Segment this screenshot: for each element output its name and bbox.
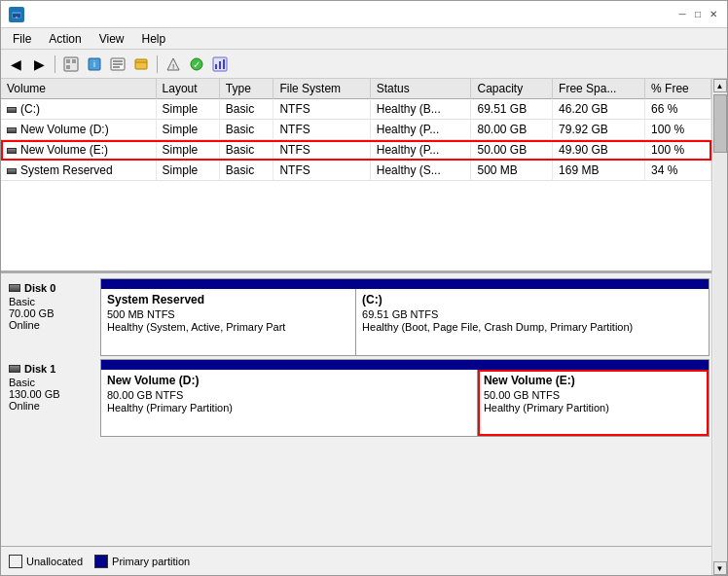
minimize-button[interactable]: ─ bbox=[676, 9, 688, 20]
toolbar-btn-6[interactable] bbox=[130, 54, 152, 75]
disk-label-0: Disk 0 Basic 70.00 GB Online bbox=[3, 278, 100, 356]
cell-pctfree: 66 % bbox=[645, 99, 711, 120]
disk-name: Disk 1 bbox=[24, 363, 55, 375]
cell-type: Basic bbox=[219, 99, 273, 120]
partition-name: (C:) bbox=[362, 293, 703, 306]
table-row[interactable]: New Volume (D:) Simple Basic NTFS Health… bbox=[1, 120, 711, 140]
scrollbar-thumb[interactable] bbox=[713, 94, 727, 153]
table-row[interactable]: (C:) Simple Basic NTFS Healthy (B... 69.… bbox=[1, 99, 711, 120]
toolbar-btn-4[interactable]: i bbox=[84, 54, 105, 75]
disk-partition[interactable]: New Volume (D:) 80.00 GB NTFS Healthy (P… bbox=[101, 370, 478, 436]
partition-status: Healthy (System, Active, Primary Part bbox=[107, 321, 349, 333]
right-scrollbar[interactable]: ▲ ▼ bbox=[711, 79, 727, 575]
scroll-down-arrow[interactable]: ▼ bbox=[713, 561, 727, 575]
table-row[interactable]: New Volume (E:) Simple Basic NTFS Health… bbox=[1, 140, 711, 161]
disk-row: Disk 1 Basic 130.00 GB Online New Volume… bbox=[3, 359, 710, 437]
table-row[interactable]: System Reserved Simple Basic NTFS Health… bbox=[1, 161, 711, 181]
cell-layout: Simple bbox=[156, 99, 219, 120]
window-controls: ─ □ ✕ bbox=[676, 9, 719, 20]
cell-layout: Simple bbox=[156, 120, 219, 140]
toolbar-separator-1 bbox=[55, 55, 55, 73]
title-bar-left bbox=[9, 7, 30, 22]
partition-size-fs: 500 MB NTFS bbox=[107, 308, 349, 320]
table-header-row: Volume Layout Type File System Status Ca… bbox=[1, 79, 711, 99]
cell-capacity: 69.51 GB bbox=[471, 99, 553, 120]
disk-name: Disk 0 bbox=[24, 282, 55, 294]
menu-help[interactable]: Help bbox=[134, 30, 174, 48]
cell-status: Healthy (B... bbox=[370, 99, 471, 120]
disk-partition[interactable]: (C:) 69.51 GB NTFS Healthy (Boot, Page F… bbox=[356, 289, 709, 355]
svg-rect-5 bbox=[72, 59, 76, 63]
partition-name: New Volume (E:) bbox=[484, 374, 703, 387]
legend-primary-box bbox=[94, 555, 108, 568]
cell-type: Basic bbox=[219, 120, 273, 140]
toolbar-btn-3[interactable] bbox=[60, 54, 82, 75]
cell-filesystem: NTFS bbox=[273, 120, 370, 140]
cell-type: Basic bbox=[219, 140, 273, 161]
svg-rect-13 bbox=[135, 59, 147, 69]
scroll-up-arrow[interactable]: ▲ bbox=[713, 79, 727, 92]
toolbar-btn-8[interactable]: ✓ bbox=[186, 54, 207, 75]
cell-volume: System Reserved bbox=[1, 161, 156, 181]
cell-capacity: 80.00 GB bbox=[471, 120, 553, 140]
cell-status: Healthy (P... bbox=[370, 120, 471, 140]
app-icon bbox=[9, 7, 24, 22]
col-volume: Volume bbox=[1, 79, 156, 99]
disk-bar bbox=[101, 360, 709, 370]
svg-rect-21 bbox=[219, 61, 221, 69]
disk-status: Online bbox=[9, 319, 94, 331]
volume-table-section: Volume Layout Type File System Status Ca… bbox=[1, 79, 711, 273]
cell-layout: Simple bbox=[156, 161, 219, 181]
cell-filesystem: NTFS bbox=[273, 99, 370, 120]
title-bar: ─ □ ✕ bbox=[1, 1, 727, 28]
disk-type: Basic bbox=[9, 377, 94, 388]
disk-management-window: ─ □ ✕ File Action View Help ◀ ▶ i bbox=[0, 0, 728, 576]
toolbar-btn-7[interactable]: ! bbox=[163, 54, 184, 75]
partition-status: Healthy (Primary Partition) bbox=[484, 402, 703, 414]
col-layout: Layout bbox=[156, 79, 219, 99]
disk-partitions: New Volume (D:) 80.00 GB NTFS Healthy (P… bbox=[101, 370, 709, 436]
forward-button[interactable]: ▶ bbox=[28, 54, 50, 75]
col-type: Type bbox=[219, 79, 273, 99]
svg-text:i: i bbox=[93, 59, 95, 69]
partition-size-fs: 80.00 GB NTFS bbox=[107, 389, 471, 401]
cell-layout: Simple bbox=[156, 140, 219, 161]
partition-size-fs: 50.00 GB NTFS bbox=[484, 389, 703, 401]
disk-partition[interactable]: System Reserved 500 MB NTFS Healthy (Sys… bbox=[101, 289, 356, 355]
partition-status: Healthy (Boot, Page File, Crash Dump, Pr… bbox=[362, 321, 703, 333]
partition-name: New Volume (D:) bbox=[107, 374, 471, 387]
cell-freespace: 79.92 GB bbox=[553, 120, 645, 140]
back-button[interactable]: ◀ bbox=[5, 54, 26, 75]
cell-volume: New Volume (D:) bbox=[1, 120, 156, 140]
disk-partitions: System Reserved 500 MB NTFS Healthy (Sys… bbox=[101, 289, 709, 355]
cell-freespace: 49.90 GB bbox=[553, 140, 645, 161]
cell-filesystem: NTFS bbox=[273, 161, 370, 181]
menu-bar: File Action View Help bbox=[1, 28, 727, 50]
toolbar-btn-5[interactable] bbox=[107, 54, 128, 75]
cell-type: Basic bbox=[219, 161, 273, 181]
disk-partition[interactable]: New Volume (E:) 50.00 GB NTFS Healthy (P… bbox=[478, 370, 709, 436]
close-button[interactable]: ✕ bbox=[708, 9, 719, 20]
partition-status: Healthy (Primary Partition) bbox=[107, 402, 471, 414]
svg-rect-22 bbox=[223, 59, 225, 69]
legend-unallocated-label: Unallocated bbox=[26, 556, 83, 567]
cell-freespace: 169 MB bbox=[553, 161, 645, 181]
menu-view[interactable]: View bbox=[91, 30, 132, 48]
menu-action[interactable]: Action bbox=[41, 30, 89, 48]
legend-unallocated: Unallocated bbox=[9, 555, 83, 568]
disk-status: Online bbox=[9, 400, 94, 412]
menu-file[interactable]: File bbox=[5, 30, 39, 48]
legend: Unallocated Primary partition bbox=[1, 546, 711, 575]
disk-section: Disk 0 Basic 70.00 GB Online System Rese… bbox=[1, 273, 711, 546]
partition-name: System Reserved bbox=[107, 293, 349, 306]
legend-primary-label: Primary partition bbox=[112, 556, 190, 567]
maximize-button[interactable]: □ bbox=[692, 9, 704, 20]
cell-filesystem: NTFS bbox=[273, 140, 370, 161]
disk-label-1: Disk 1 Basic 130.00 GB Online bbox=[3, 359, 100, 437]
col-freespace: Free Spa... bbox=[553, 79, 645, 99]
svg-text:!: ! bbox=[172, 62, 174, 71]
cell-status: Healthy (P... bbox=[370, 140, 471, 161]
toolbar-btn-9[interactable] bbox=[209, 54, 231, 75]
disk-content-1: New Volume (D:) 80.00 GB NTFS Healthy (P… bbox=[100, 359, 710, 437]
col-pctfree: % Free bbox=[645, 79, 711, 99]
